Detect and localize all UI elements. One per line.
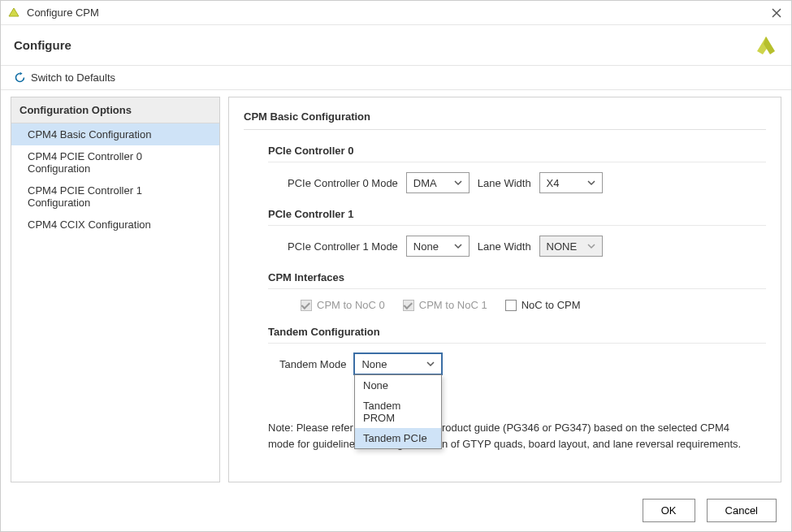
body: Configuration Options CPM4 Basic Configu… bbox=[1, 90, 791, 489]
cpm-to-noc-1-checkbox: CPM to NoC 1 bbox=[403, 299, 487, 311]
pcie1-mode-select[interactable]: None bbox=[406, 236, 470, 257]
chevron-down-icon bbox=[454, 242, 462, 250]
close-icon[interactable] bbox=[768, 8, 785, 18]
pcie1-title: PCIe Controller 1 bbox=[268, 208, 766, 226]
header: Configure bbox=[1, 25, 791, 66]
dropdown-option-tandem-prom[interactable]: Tandem PROM bbox=[355, 396, 441, 428]
pcie0-lane-select[interactable]: X4 bbox=[539, 172, 603, 193]
pcie0-lane-value: X4 bbox=[547, 177, 581, 189]
page-title: Configure bbox=[14, 38, 754, 52]
checkbox-icon bbox=[301, 300, 312, 311]
configure-cpm-window: Configure CPM Configure Switch to Defaul… bbox=[0, 0, 792, 532]
dropdown-option-tandem-pcie[interactable]: Tandem PCIe bbox=[355, 428, 441, 448]
cancel-button[interactable]: Cancel bbox=[707, 499, 777, 522]
chevron-down-icon bbox=[587, 242, 595, 250]
pcie0-mode-label: PCIe Controller 0 Mode bbox=[288, 177, 398, 189]
pcie0-title: PCIe Controller 0 bbox=[268, 145, 766, 162]
dropdown-option-none[interactable]: None bbox=[355, 375, 441, 396]
tandem-mode-label: Tandem Mode bbox=[279, 358, 346, 370]
sidebar-item-pcie-controller-1[interactable]: CPM4 PCIE Controller 1 Configuration bbox=[11, 179, 219, 214]
noc-to-cpm-checkbox[interactable]: NoC to CPM bbox=[505, 299, 581, 311]
footer: OK Cancel bbox=[1, 489, 791, 531]
checkbox-icon bbox=[403, 300, 414, 311]
section-title: CPM Basic Configuration bbox=[244, 110, 766, 130]
brand-logo-icon bbox=[754, 33, 778, 58]
tandem-mode-value: None bbox=[361, 358, 420, 370]
pcie0-lane-label: Lane Width bbox=[478, 177, 531, 189]
pcie1-lane-select: NONE bbox=[539, 236, 603, 257]
chevron-down-icon bbox=[587, 179, 595, 187]
cpm-to-noc-0-checkbox: CPM to NoC 0 bbox=[301, 299, 385, 311]
app-icon bbox=[7, 6, 20, 19]
tandem-mode-select[interactable]: None bbox=[354, 353, 442, 374]
pcie0-mode-value: DMA bbox=[413, 177, 448, 189]
window-title: Configure CPM bbox=[27, 6, 768, 19]
main-panel: CPM Basic Configuration PCIe Controller … bbox=[228, 97, 781, 482]
refresh-icon[interactable] bbox=[14, 71, 26, 84]
pcie0-row: PCIe Controller 0 Mode DMA Lane Width X4 bbox=[288, 172, 766, 193]
checkbox-icon bbox=[505, 300, 517, 311]
pcie1-lane-label: Lane Width bbox=[478, 240, 531, 253]
pcie1-row: PCIe Controller 1 Mode None Lane Width N… bbox=[288, 236, 766, 257]
note-text: Note: Please refer to the applicable pro… bbox=[268, 420, 742, 452]
sidebar: Configuration Options CPM4 Basic Configu… bbox=[11, 97, 220, 482]
sidebar-item-pcie-controller-0[interactable]: CPM4 PCIE Controller 0 Configuration bbox=[11, 145, 219, 179]
noc-to-cpm-label: NoC to CPM bbox=[522, 299, 581, 311]
tandem-mode-dropdown[interactable]: None Tandem PROM Tandem PCIe bbox=[354, 374, 442, 449]
sidebar-header: Configuration Options bbox=[11, 97, 219, 123]
interfaces-title: CPM Interfaces bbox=[268, 271, 766, 289]
chevron-down-icon bbox=[454, 179, 462, 187]
interfaces-row: CPM to NoC 0 CPM to NoC 1 NoC to CPM bbox=[301, 299, 766, 311]
pcie0-mode-select[interactable]: DMA bbox=[406, 172, 470, 193]
pcie1-mode-value: None bbox=[413, 240, 448, 253]
pcie1-mode-label: PCIe Controller 1 Mode bbox=[288, 240, 398, 253]
sidebar-item-ccix-config[interactable]: CPM4 CCIX Configuration bbox=[11, 214, 219, 236]
tandem-row: Tandem Mode None None Tandem PROM Tandem… bbox=[279, 353, 766, 374]
cpm-to-noc-1-label: CPM to NoC 1 bbox=[419, 299, 487, 311]
toolbar: Switch to Defaults bbox=[1, 66, 791, 90]
cpm-to-noc-0-label: CPM to NoC 0 bbox=[317, 299, 385, 311]
pcie1-lane-value: NONE bbox=[547, 240, 581, 253]
sidebar-item-basic-config[interactable]: CPM4 Basic Configuration bbox=[11, 123, 219, 145]
tandem-title: Tandem Configuration bbox=[268, 326, 766, 344]
chevron-down-icon bbox=[426, 360, 435, 368]
switch-to-defaults-link[interactable]: Switch to Defaults bbox=[31, 71, 115, 84]
ok-button[interactable]: OK bbox=[643, 499, 695, 522]
titlebar: Configure CPM bbox=[1, 1, 791, 25]
